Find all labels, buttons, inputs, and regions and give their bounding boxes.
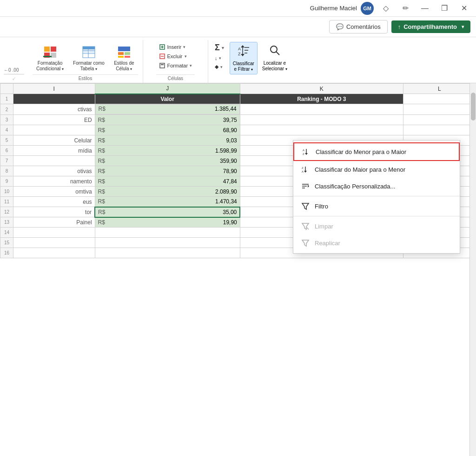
content-area: I J K L 1 Valor Ranking - MODO 3 (0, 83, 476, 456)
cell-j-16[interactable] (95, 248, 240, 258)
title-bar: Guilherme Maciel GM ◇ ✏ — ❐ ✕ (0, 0, 476, 17)
row-6: 6 (0, 146, 13, 156)
cell-i-2: ctivas (13, 104, 95, 115)
formatar-button[interactable]: Formatar ▾ (156, 61, 195, 70)
cell-i-15 (13, 238, 95, 248)
custom-sort-item[interactable]: Classificação Personalizada... (293, 178, 460, 194)
svg-rect-16 (125, 52, 130, 55)
row-9: 9 (0, 176, 13, 187)
cell-l-2 (403, 104, 476, 115)
cell-j-4[interactable]: R$68,90 (95, 125, 240, 135)
row-3: 3 (0, 115, 13, 125)
formatar-chevron: ▾ (190, 63, 192, 68)
cell-j-5[interactable]: R$9,03 (95, 135, 240, 146)
col-header-i: I (13, 84, 95, 94)
filter-icon (301, 201, 310, 211)
svg-marker-29 (241, 54, 245, 56)
diamond-icon[interactable]: ◇ (379, 2, 392, 15)
row-11: 11 (0, 197, 13, 207)
cell-j-12[interactable]: R$35,00 (95, 207, 240, 217)
svg-rect-9 (89, 54, 95, 56)
comments-button[interactable]: 💬 Comentários (329, 20, 388, 34)
row-4: 4 (0, 125, 13, 135)
formatar-tabela-button[interactable]: Formatar comoTabela ▾ (69, 43, 108, 74)
cell-i-11: eus (13, 197, 95, 207)
classificar-filtrar-button[interactable]: A Z Classificare Filtrar ▾ (230, 42, 258, 74)
estilos-section-label: Estilos (33, 74, 138, 81)
filter-item[interactable]: Filtro (293, 198, 460, 215)
close-button[interactable]: ✕ (457, 2, 470, 15)
row-2: 2 (0, 104, 13, 115)
maximize-button[interactable]: ❐ (438, 2, 451, 15)
svg-rect-25 (161, 64, 164, 65)
scrollbar-thumb[interactable] (471, 93, 476, 121)
localizar-label: Localizar eSelecionar ▾ (262, 60, 287, 72)
clear-filter-item: Limpar (293, 218, 460, 235)
username: Guilherme Maciel (310, 5, 357, 12)
filter-label: Filtro (315, 203, 328, 210)
clear-filter-icon (301, 221, 310, 231)
excluir-label: Excluir (167, 54, 183, 59)
row-8: 8 (0, 166, 13, 176)
col-header-l: L (403, 84, 476, 94)
window-controls: ◇ ✏ — ❐ ✕ (379, 2, 470, 15)
cell-k-3 (240, 115, 403, 125)
row-7: 7 (0, 156, 13, 166)
cell-i-5: Celular (13, 135, 95, 146)
user-info: Guilherme Maciel GM (310, 2, 374, 15)
sum-chevron: ▾ (222, 46, 224, 50)
pen-icon[interactable]: ✏ (399, 2, 412, 15)
cell-j-11[interactable]: R$1.470,34 (95, 197, 240, 207)
avatar[interactable]: GM (361, 2, 374, 15)
row-10: 10 (0, 187, 13, 197)
table-row: 3 ED R$39,75 (0, 115, 476, 125)
reapply-label: Reaplicar (315, 240, 340, 247)
cell-i-12: tor (13, 207, 95, 217)
row-5: 5 (0, 135, 13, 146)
cell-j-14[interactable] (95, 228, 240, 238)
cell-j-10[interactable]: R$2.089,90 (95, 187, 240, 197)
estilos-celula-label: Estilos deCélula ▾ (114, 60, 134, 72)
clear-button[interactable]: ◆ ▾ (212, 63, 227, 71)
svg-rect-8 (83, 54, 88, 56)
estilos-celula-button[interactable]: Estilos deCélula ▾ (110, 43, 138, 74)
corner-header (0, 84, 13, 94)
cell-j-2[interactable]: R$1.385,44 (95, 104, 240, 114)
cell-j-9[interactable]: R$47,84 (95, 176, 240, 187)
ribbon-celulas: Inserir ▾ Excluir ▾ Formatar ▾ Células (143, 40, 208, 83)
share-button[interactable]: ↑ Compartilhamento ▾ (391, 20, 470, 33)
svg-rect-0 (44, 47, 50, 52)
vertical-scrollbar[interactable] (469, 83, 476, 456)
dropdown-separator-2 (293, 216, 460, 216)
custom-sort-label: Classificação Personalizada... (315, 183, 395, 190)
fill-chevron: ▾ (219, 56, 221, 60)
cell-j-8[interactable]: R$78,90 (95, 166, 240, 176)
inserir-button[interactable]: Inserir ▾ (156, 43, 195, 51)
cell-j-6[interactable]: R$1.598,99 (95, 146, 240, 156)
formatar-label: Formatar (167, 63, 188, 68)
svg-marker-47 (308, 185, 309, 188)
sort-desc-item[interactable]: Z A Classificar do Maior para o Menor (293, 161, 460, 178)
formatacao-condicional-button[interactable]: FormataçãoCondicional ▾ (33, 43, 67, 74)
cell-j-3[interactable]: R$39,75 (95, 115, 240, 125)
sort-asc-item[interactable]: A Z Classificar do Menor para o Maior (293, 142, 460, 161)
cell-i-8: otivas (13, 166, 95, 176)
svg-rect-18 (125, 56, 130, 58)
svg-text:A: A (238, 47, 241, 51)
cell-j-13[interactable]: R$19,90 (95, 217, 240, 228)
svg-text:A: A (303, 149, 304, 152)
cell-j-15[interactable] (95, 238, 240, 248)
celulas-section-label: Células (156, 74, 195, 81)
localizar-selecionar-button[interactable]: Localizar eSelecionar ▾ (259, 42, 290, 74)
minimize-button[interactable]: — (418, 2, 431, 15)
fill-button[interactable]: ↓ ▾ (212, 54, 227, 62)
svg-marker-43 (304, 171, 307, 173)
valor-col-header: Valor (95, 94, 240, 104)
classificar-icon: A Z (237, 44, 250, 60)
cell-j-7[interactable]: R$359,90 (95, 156, 240, 166)
excluir-button[interactable]: Excluir ▾ (156, 52, 195, 60)
ribbon-edicao: Σ ▾ ↓ ▾ ◆ ▾ A (208, 40, 311, 83)
sum-button[interactable]: Σ ▾ (212, 42, 227, 54)
inserir-chevron: ▾ (183, 45, 185, 49)
col-header-j: J (95, 84, 240, 94)
